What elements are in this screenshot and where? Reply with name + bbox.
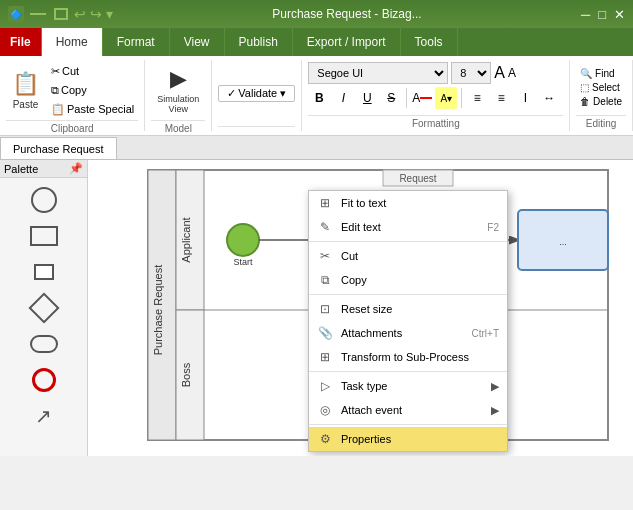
tab-home[interactable]: Home	[42, 28, 103, 56]
highlight-button[interactable]: I	[514, 87, 536, 109]
paste-special-button[interactable]: 📋 Paste Special	[47, 100, 138, 118]
palette-arrow[interactable]: ↗	[26, 402, 62, 430]
separator-1	[406, 88, 407, 108]
editing-group: 🔍 Find ⬚ Select 🗑 Delete Editing	[570, 60, 633, 131]
formatting-label: Formatting	[308, 115, 563, 129]
palette-small-rect[interactable]	[26, 258, 62, 286]
ctx-task-type[interactable]: ▷ Task type ▶	[309, 374, 507, 398]
ctx-attach-event[interactable]: ◎ Attach event ▶	[309, 398, 507, 422]
save-icon[interactable]: ▾	[106, 6, 113, 22]
palette-panel: Palette 📌 ↗	[0, 160, 88, 456]
svg-text:Start: Start	[233, 257, 253, 267]
simulation-icon: ▶	[170, 66, 187, 92]
paste-special-icon: 📋	[51, 103, 65, 116]
validate-icon: ✓	[227, 87, 236, 100]
ctx-properties[interactable]: ⚙ Properties	[309, 427, 507, 451]
copy-ctx-icon: ⧉	[317, 272, 333, 288]
ribbon-tabs: File Home Format View Publish Export / I…	[0, 28, 633, 56]
model-group: ▶ SimulationView Model	[145, 60, 212, 131]
ctx-separator-3	[309, 371, 507, 372]
document-tabs: Purchase Request	[0, 136, 633, 160]
ctx-separator-4	[309, 424, 507, 425]
transform-icon: ⊞	[317, 349, 333, 365]
paste-button[interactable]: 📋 Paste	[6, 62, 45, 118]
svg-text:Purchase Request: Purchase Request	[152, 265, 164, 356]
palette-label: Palette	[4, 163, 38, 175]
svg-text:Applicant: Applicant	[180, 217, 192, 262]
tab-tools[interactable]: Tools	[401, 28, 458, 56]
tab-view[interactable]: View	[170, 28, 225, 56]
text-direction-button[interactable]: ↔	[538, 87, 560, 109]
separator-2	[461, 88, 462, 108]
align-left-button[interactable]: ≡	[466, 87, 488, 109]
attach-event-arrow: ▶	[491, 404, 499, 417]
app-icon: 🔷	[8, 6, 24, 22]
tab-file[interactable]: File	[0, 28, 42, 56]
minimize-btn[interactable]: ─	[581, 7, 590, 22]
svg-text:Request: Request	[399, 173, 436, 184]
task-type-icon: ▷	[317, 378, 333, 394]
font-color-button[interactable]: A	[411, 87, 433, 109]
ctx-transform[interactable]: ⊞ Transform to Sub-Process	[309, 345, 507, 369]
palette-rectangle[interactable]	[26, 222, 62, 250]
document-tab-purchase-request[interactable]: Purchase Request	[0, 137, 117, 159]
clipboard-group: 📋 Paste ✂ Cut ⧉ Copy 📋 Paste Special Cli…	[0, 60, 145, 131]
palette-rounded-rect[interactable]	[26, 330, 62, 358]
clipboard-label: Clipboard	[6, 120, 138, 134]
delete-button[interactable]: 🗑 Delete	[576, 95, 626, 108]
cut-icon: ✂	[51, 65, 60, 78]
palette-pin-icon[interactable]: 📌	[69, 162, 83, 175]
ctx-edit-text[interactable]: ✎ Edit text F2	[309, 215, 507, 239]
ctx-fit-to-text[interactable]: ⊞ Fit to text	[309, 191, 507, 215]
font-size-select[interactable]: 8 9 10 11 12	[451, 62, 491, 84]
attachments-icon: 📎	[317, 325, 333, 341]
diagram-canvas[interactable]: Purchase Request Applicant Boss Request …	[88, 160, 633, 456]
tab-publish[interactable]: Publish	[225, 28, 293, 56]
formatting-group: Segoe UI 8 9 10 11 12 A A B I U S A	[302, 60, 570, 131]
italic-button[interactable]: I	[332, 87, 354, 109]
copy-icon: ⧉	[51, 84, 59, 97]
ctx-reset-size[interactable]: ⊡ Reset size	[309, 297, 507, 321]
strikethrough-button[interactable]: S	[380, 87, 402, 109]
titlebar: 🔷 ↩ ↪ ▾ Purchase Request - Bizag... ─ □ …	[0, 0, 633, 28]
font-grow-icon[interactable]: A	[494, 64, 505, 82]
fill-color-button[interactable]: A▾	[435, 87, 457, 109]
bold-button[interactable]: B	[308, 87, 330, 109]
copy-button[interactable]: ⧉ Copy	[47, 81, 138, 99]
palette-circle[interactable]	[26, 186, 62, 214]
select-button[interactable]: ⬚ Select	[576, 81, 626, 94]
palette-circle-red[interactable]	[26, 366, 62, 394]
reset-size-icon: ⊡	[317, 301, 333, 317]
context-menu: ⊞ Fit to text ✎ Edit text F2 ✂ Cut ⧉ Cop…	[308, 190, 508, 452]
redo-icon[interactable]: ↪	[90, 6, 102, 22]
attachments-shortcut: Ctrl+T	[472, 328, 500, 339]
svg-point-10	[227, 224, 259, 256]
model-label: Model	[151, 120, 205, 134]
palette-diamond[interactable]	[26, 294, 62, 322]
attach-event-icon: ◎	[317, 402, 333, 418]
maximize-btn[interactable]: □	[598, 7, 606, 22]
font-shrink-icon[interactable]: A	[508, 66, 516, 80]
tab-format[interactable]: Format	[103, 28, 170, 56]
window-controls: ─ □ ✕	[581, 7, 625, 22]
find-button[interactable]: 🔍 Find	[576, 67, 626, 80]
ctx-separator-1	[309, 241, 507, 242]
close-btn[interactable]: ✕	[614, 7, 625, 22]
validate-button[interactable]: ✓ Validate ▾	[218, 85, 295, 102]
svg-text:...: ...	[559, 237, 567, 247]
ctx-cut[interactable]: ✂ Cut	[309, 244, 507, 268]
ctx-attachments[interactable]: 📎 Attachments Ctrl+T	[309, 321, 507, 345]
ctx-copy[interactable]: ⧉ Copy	[309, 268, 507, 292]
cut-button[interactable]: ✂ Cut	[47, 62, 138, 80]
palette-shapes: ↗	[0, 178, 87, 438]
ribbon: 📋 Paste ✂ Cut ⧉ Copy 📋 Paste Special Cli…	[0, 56, 633, 136]
minimize-icon[interactable]	[30, 13, 46, 15]
font-select[interactable]: Segoe UI	[308, 62, 448, 84]
restore-icon[interactable]	[54, 8, 68, 20]
tab-export[interactable]: Export / Import	[293, 28, 401, 56]
window-title: Purchase Request - Bizag...	[113, 7, 581, 21]
simulation-view-button[interactable]: ▶ SimulationView	[151, 62, 205, 118]
undo-icon[interactable]: ↩	[74, 6, 86, 22]
align-center-button[interactable]: ≡	[490, 87, 512, 109]
underline-button[interactable]: U	[356, 87, 378, 109]
